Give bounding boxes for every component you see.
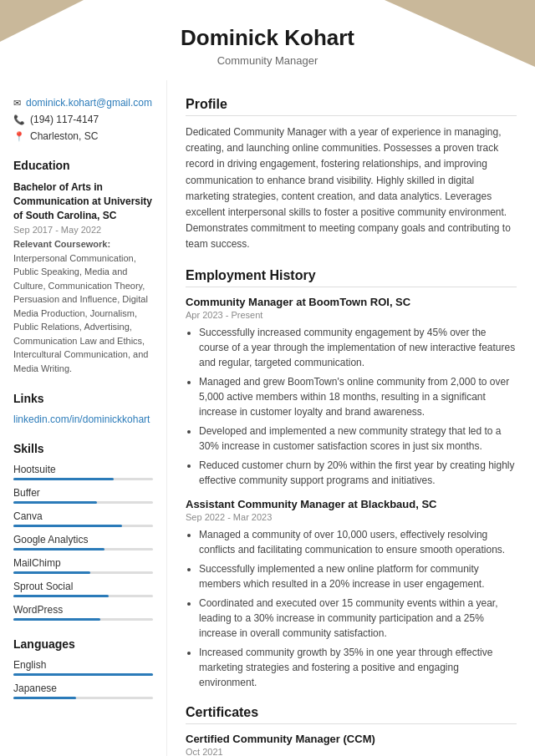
header: Dominick Kohart Community Manager: [0, 0, 535, 80]
candidate-name: Dominick Kohart: [17, 25, 518, 51]
skill-name: Canva: [13, 510, 153, 522]
skill-bar: [13, 618, 153, 621]
email-icon: ✉: [13, 98, 21, 109]
location-icon: 📍: [13, 131, 25, 142]
skill-name: WordPress: [13, 604, 153, 616]
employment-section: Employment History Community Manager at …: [186, 268, 517, 690]
sidebar: ✉ dominick.kohart@gmail.com 📞 (194) 117-…: [0, 80, 167, 756]
skill-item: Sprout Social: [13, 581, 153, 597]
phone-icon: 📞: [13, 114, 25, 125]
job-bullets: Successfully increased community engagem…: [186, 325, 517, 488]
skill-item: Google Analytics: [13, 534, 153, 551]
edu-degree: Bachelor of Arts in Communication at Uni…: [13, 180, 153, 222]
job-title: Community Manager at BoomTown ROI, SC: [186, 296, 517, 308]
skill-bar-fill: [13, 548, 104, 551]
job-entry: Assistant Community Manager at Blackbaud…: [186, 498, 517, 690]
language-name: English: [13, 659, 153, 671]
skill-bar: [13, 478, 153, 480]
skill-bar: [13, 571, 153, 574]
languages-list: English Japanese: [13, 659, 153, 699]
languages-title: Languages: [13, 637, 153, 651]
job-bullet: Successfully increased community engagem…: [199, 325, 517, 370]
job-date: Sep 2022 - Mar 2023: [186, 512, 517, 522]
skill-bar: [13, 525, 153, 527]
skill-bar: [13, 501, 153, 504]
job-bullet: Managed a community of over 10,000 users…: [199, 527, 517, 557]
skill-name: Hootsuite: [13, 464, 153, 475]
job-bullet: Successfully implemented a new online pl…: [199, 561, 517, 591]
coursework-text: Interpersonal Communication, Public Spea…: [13, 253, 148, 373]
links-section: Links linkedin.com/in/dominickkohart: [13, 392, 153, 425]
job-date: Apr 2023 - Present: [186, 310, 517, 320]
contact-location: 📍 Charleston, SC: [13, 130, 153, 142]
language-bar: [13, 673, 153, 676]
job-title: Assistant Community Manager at Blackbaud…: [186, 498, 517, 510]
email-link[interactable]: dominick.kohart@gmail.com: [26, 97, 152, 109]
skill-item: Buffer: [13, 487, 153, 504]
employment-list: Community Manager at BoomTown ROI, SC Ap…: [186, 296, 517, 690]
edu-coursework: Relevant Coursework: Interpersonal Commu…: [13, 237, 153, 375]
skill-item: Hootsuite: [13, 464, 153, 480]
main-content: Profile Dedicated Community Manager with…: [167, 80, 535, 756]
certificates-section: Certificates Certified Community Manager…: [186, 705, 517, 757]
body-wrapper: ✉ dominick.kohart@gmail.com 📞 (194) 117-…: [0, 80, 535, 756]
job-bullet: Managed and grew BoomTown's online commu…: [199, 374, 517, 419]
education-title: Education: [13, 159, 153, 172]
job-bullet: Coordinated and executed over 15 communi…: [199, 596, 517, 641]
links-title: Links: [13, 392, 153, 405]
skills-title: Skills: [13, 442, 153, 455]
coursework-label: Relevant Coursework:: [13, 239, 110, 249]
skill-item: Canva: [13, 510, 153, 527]
profile-section: Profile Dedicated Community Manager with…: [186, 97, 517, 253]
language-bar-fill: [13, 673, 153, 676]
candidate-title: Community Manager: [17, 54, 518, 67]
contact-section: ✉ dominick.kohart@gmail.com 📞 (194) 117-…: [13, 97, 153, 142]
profile-title: Profile: [186, 97, 517, 116]
language-item: English: [13, 659, 153, 676]
resume-wrapper: Dominick Kohart Community Manager ✉ domi…: [0, 0, 535, 756]
location-text: Charleston, SC: [30, 130, 98, 142]
skill-bar-fill: [13, 595, 109, 597]
job-entry: Community Manager at BoomTown ROI, SC Ap…: [186, 296, 517, 488]
language-bar: [13, 697, 153, 699]
skill-bar: [13, 595, 153, 597]
skill-bar-fill: [13, 478, 114, 480]
job-bullet: Increased community growth by 35% in one…: [199, 645, 517, 690]
skill-name: Sprout Social: [13, 581, 153, 592]
skill-bar-fill: [13, 571, 90, 574]
linkedin-link[interactable]: linkedin.com/in/dominickkohart: [13, 414, 153, 425]
skill-bar: [13, 548, 153, 551]
skill-item: WordPress: [13, 604, 153, 621]
skill-item: MailChimp: [13, 557, 153, 574]
skill-name: MailChimp: [13, 557, 153, 569]
skill-bar-fill: [13, 618, 100, 621]
certificate-entry: Certified Community Manager (CCM) Oct 20…: [186, 733, 517, 757]
certificates-list: Certified Community Manager (CCM) Oct 20…: [186, 733, 517, 757]
cert-date: Oct 2021: [186, 747, 517, 757]
skills-section: Skills Hootsuite Buffer Canva Google Ana…: [13, 442, 153, 621]
edu-dates: Sep 2017 - May 2022: [13, 225, 153, 235]
cert-name: Certified Community Manager (CCM): [186, 733, 517, 745]
job-bullet: Developed and implemented a new communit…: [199, 424, 517, 454]
language-bar-fill: [13, 697, 76, 699]
contact-email: ✉ dominick.kohart@gmail.com: [13, 97, 153, 109]
job-bullet: Reduced customer churn by 20% within the…: [199, 458, 517, 488]
contact-phone: 📞 (194) 117-4147: [13, 114, 153, 125]
skill-name: Buffer: [13, 487, 153, 499]
languages-section: Languages English Japanese: [13, 637, 153, 699]
language-name: Japanese: [13, 682, 153, 694]
profile-text: Dedicated Community Manager with a year …: [186, 124, 517, 253]
education-section: Education Bachelor of Arts in Communicat…: [13, 159, 153, 375]
phone-text: (194) 117-4147: [30, 114, 99, 125]
job-bullets: Managed a community of over 10,000 users…: [186, 527, 517, 690]
skill-bar-fill: [13, 501, 97, 504]
language-item: Japanese: [13, 682, 153, 699]
skills-list: Hootsuite Buffer Canva Google Analytics …: [13, 464, 153, 621]
certificates-title: Certificates: [186, 705, 517, 724]
skill-bar-fill: [13, 525, 122, 527]
employment-title: Employment History: [186, 268, 517, 287]
skill-name: Google Analytics: [13, 534, 153, 545]
